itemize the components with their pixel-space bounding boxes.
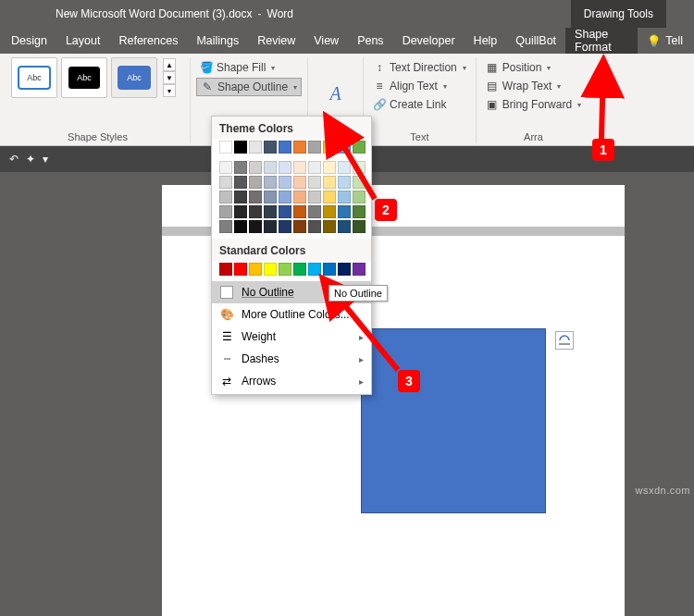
weight-item[interactable]: ☰ Weight▸: [212, 326, 371, 348]
color-swatch[interactable]: [338, 176, 351, 189]
undo-icon[interactable]: ↶: [9, 153, 19, 166]
color-swatch[interactable]: [234, 191, 247, 203]
color-swatch[interactable]: [249, 161, 262, 174]
style-option-1[interactable]: Abc: [11, 57, 57, 98]
gallery-up-icon[interactable]: ▲: [163, 58, 176, 71]
color-swatch[interactable]: [293, 191, 306, 203]
color-swatch[interactable]: [308, 161, 321, 174]
tab-view[interactable]: View: [304, 28, 348, 54]
gallery-down-icon[interactable]: ▼: [163, 71, 176, 84]
bring-forward-button[interactable]: ▣Bring Forward: [482, 96, 585, 113]
color-swatch[interactable]: [308, 141, 321, 154]
color-swatch[interactable]: [353, 161, 366, 174]
more-outline-colors-item[interactable]: 🎨 More Outline Colors...: [212, 303, 371, 326]
color-swatch[interactable]: [219, 263, 232, 276]
color-swatch[interactable]: [279, 263, 291, 276]
style-option-2[interactable]: Abc: [61, 57, 107, 98]
shape-outline-button[interactable]: ✎Shape Outline: [196, 78, 302, 96]
gallery-scroll[interactable]: ▲▼▾: [163, 58, 176, 97]
qat-dropdown-icon[interactable]: ▾: [43, 153, 48, 166]
position-button[interactable]: ▦Position: [482, 59, 585, 76]
tab-pens[interactable]: Pens: [348, 28, 393, 54]
create-link-button[interactable]: 🔗Create Link: [369, 96, 470, 113]
color-swatch[interactable]: [308, 263, 321, 276]
color-swatch[interactable]: [293, 205, 306, 218]
color-swatch[interactable]: [264, 220, 277, 233]
color-swatch[interactable]: [264, 141, 277, 154]
color-swatch[interactable]: [293, 176, 306, 189]
gallery-more-icon[interactable]: ▾: [163, 84, 176, 97]
color-swatch[interactable]: [338, 205, 351, 218]
color-swatch[interactable]: [234, 205, 247, 218]
color-swatch[interactable]: [323, 161, 336, 174]
color-swatch[interactable]: [353, 176, 366, 189]
color-swatch[interactable]: [308, 191, 321, 203]
wrap-text-button[interactable]: ▤Wrap Text: [482, 78, 585, 94]
color-swatch[interactable]: [219, 191, 232, 203]
layout-options-button[interactable]: [555, 331, 574, 350]
contextual-tab-drawing-tools[interactable]: Drawing Tools: [571, 0, 666, 28]
shape-fill-button[interactable]: 🪣Shape Fill: [196, 59, 302, 76]
tab-design[interactable]: Design: [2, 28, 56, 54]
color-swatch[interactable]: [264, 176, 277, 189]
color-swatch[interactable]: [353, 263, 366, 276]
color-swatch[interactable]: [219, 161, 232, 174]
color-swatch[interactable]: [353, 141, 366, 154]
color-swatch[interactable]: [234, 141, 247, 154]
shape-style-gallery[interactable]: Abc Abc Abc ▲▼▾: [11, 57, 184, 98]
tab-mailings[interactable]: Mailings: [187, 28, 248, 54]
color-swatch[interactable]: [279, 161, 291, 174]
color-swatch[interactable]: [264, 263, 277, 276]
color-swatch[interactable]: [219, 205, 232, 218]
color-swatch[interactable]: [279, 220, 291, 233]
color-swatch[interactable]: [264, 161, 277, 174]
color-swatch[interactable]: [323, 176, 336, 189]
tab-quillbot[interactable]: QuillBot: [506, 28, 565, 54]
color-swatch[interactable]: [219, 220, 232, 233]
color-swatch[interactable]: [323, 141, 336, 154]
color-swatch[interactable]: [338, 263, 351, 276]
color-swatch[interactable]: [219, 141, 232, 154]
color-swatch[interactable]: [279, 191, 291, 203]
tab-help[interactable]: Help: [465, 28, 507, 54]
tab-layout[interactable]: Layout: [56, 28, 110, 54]
tell-me[interactable]: 💡 Tell: [638, 28, 692, 54]
color-swatch[interactable]: [323, 220, 336, 233]
color-swatch[interactable]: [293, 141, 306, 154]
tab-developer[interactable]: Developer: [393, 28, 465, 54]
arrows-item[interactable]: ⇄ Arrows▸: [212, 370, 371, 392]
color-swatch[interactable]: [279, 176, 291, 189]
style-option-3[interactable]: Abc: [111, 57, 157, 98]
color-swatch[interactable]: [293, 161, 306, 174]
color-swatch[interactable]: [234, 161, 247, 174]
color-swatch[interactable]: [323, 263, 336, 276]
color-swatch[interactable]: [323, 191, 336, 203]
tab-references[interactable]: References: [109, 28, 187, 54]
color-swatch[interactable]: [234, 220, 247, 233]
repeat-icon[interactable]: ✦: [26, 153, 35, 166]
selected-shape-rectangle[interactable]: [361, 328, 546, 513]
color-swatch[interactable]: [249, 220, 262, 233]
color-swatch[interactable]: [234, 263, 247, 276]
color-swatch[interactable]: [249, 191, 262, 203]
color-swatch[interactable]: [293, 263, 306, 276]
color-swatch[interactable]: [353, 191, 366, 203]
color-swatch[interactable]: [264, 191, 277, 203]
color-swatch[interactable]: [249, 263, 262, 276]
color-swatch[interactable]: [338, 141, 351, 154]
tab-review[interactable]: Review: [248, 28, 304, 54]
color-swatch[interactable]: [338, 161, 351, 174]
text-direction-button[interactable]: ↕Text Direction: [369, 59, 470, 76]
color-swatch[interactable]: [338, 191, 351, 203]
color-swatch[interactable]: [234, 176, 247, 189]
color-swatch[interactable]: [338, 220, 351, 233]
color-swatch[interactable]: [293, 220, 306, 233]
color-swatch[interactable]: [308, 176, 321, 189]
color-swatch[interactable]: [249, 141, 262, 154]
color-swatch[interactable]: [353, 205, 366, 218]
tab-shape-format[interactable]: Shape Format: [565, 28, 638, 54]
color-swatch[interactable]: [264, 205, 277, 218]
color-swatch[interactable]: [323, 205, 336, 218]
color-swatch[interactable]: [279, 205, 291, 218]
color-swatch[interactable]: [308, 205, 321, 218]
